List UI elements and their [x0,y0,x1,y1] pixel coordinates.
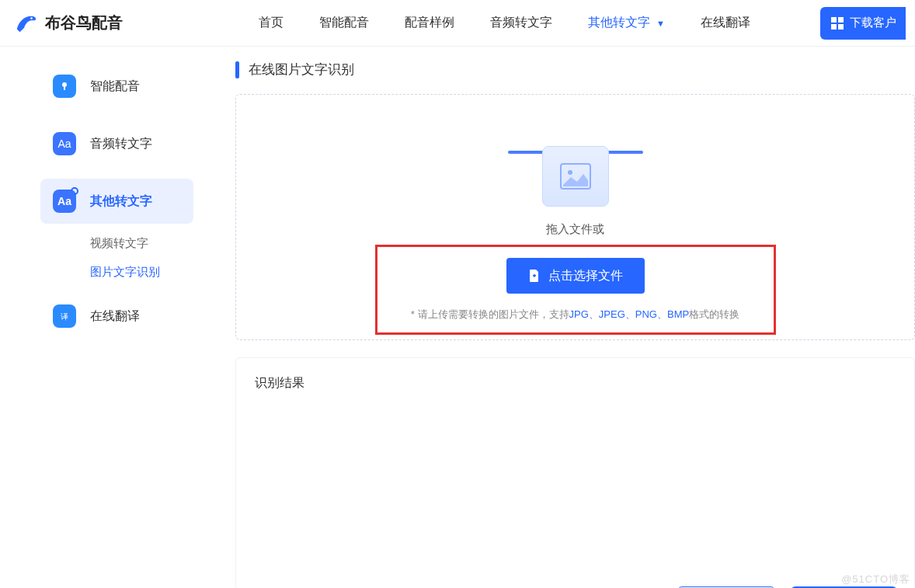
choose-file-label: 点击选择文件 [548,268,623,284]
svg-rect-3 [831,24,837,30]
svg-point-5 [62,82,67,87]
nav-samples[interactable]: 配音样例 [405,15,454,31]
watermark: @51CTO博客 [841,572,910,586]
aa-text-icon: Aa [53,132,76,155]
sidebar-item-audio2text[interactable]: Aa 音频转文字 [40,121,193,166]
sidebar: 智能配音 Aa 音频转文字 Aa 其他转文字 视频转文字 图片文字识别 译 在线… [0,57,221,588]
sidebar-item-translate[interactable]: 译 在线翻译 [40,294,193,339]
fmt-png: PNG [635,308,657,320]
sidebar-item-tts[interactable]: 智能配音 [40,64,193,109]
sidebar-sub-video2text[interactable]: 视频转文字 [40,236,193,251]
windows-icon [831,17,844,30]
microphone-icon [53,75,76,98]
nav-tts[interactable]: 智能配音 [319,15,369,31]
result-title: 识别结果 [255,375,896,391]
page-title-text: 在线图片文字识别 [249,61,354,78]
sep3: 、 [657,308,667,320]
bird-logo-icon [14,12,37,35]
highlighted-region: 点击选择文件 * 请上传需要转换的图片文件，支持JPG、JPEG、PNG、BMP… [375,245,776,335]
page-title: 在线图片文字识别 [235,61,915,78]
nav-audio2text[interactable]: 音频转文字 [490,15,552,31]
fmt-jpeg: JPEG [599,308,625,320]
fmt-bmp: BMP [667,308,689,320]
sidebar-sub-image-ocr[interactable]: 图片文字识别 [40,265,193,280]
result-panel: 识别结果 复制 转语音 [235,357,915,588]
svg-rect-11 [534,274,535,277]
choose-file-button[interactable]: 点击选择文件 [506,258,645,294]
hint-prefix: * 请上传需要转换的图片文件，支持 [411,308,569,320]
file-add-icon [528,269,541,283]
title-accent-bar [235,61,239,78]
top-nav: 首页 智能配音 配音样例 音频转文字 其他转文字 ▼ 在线翻译 下载客户 [259,7,906,40]
brand-name: 布谷鸟配音 [45,12,123,33]
download-label: 下载客户 [850,16,896,30]
logo[interactable]: 布谷鸟配音 [14,12,123,35]
svg-point-9 [568,170,572,175]
sep2: 、 [625,308,635,320]
body: 智能配音 Aa 音频转文字 Aa 其他转文字 视频转文字 图片文字识别 译 在线… [0,47,915,588]
fmt-jpg: JPG [569,308,589,320]
upload-dropzone[interactable]: 拖入文件或 点击选择文件 * 请上传需要转换的图片文件，支持JPG、JPEG、P… [235,94,915,340]
chevron-down-icon: ▼ [656,19,665,28]
nav-home[interactable]: 首页 [259,15,284,31]
drag-hint-text: 拖入文件或 [546,222,604,237]
upload-illustration [525,121,626,207]
svg-rect-6 [64,87,65,90]
svg-rect-1 [831,17,837,23]
sidebar-audio2text-label: 音频转文字 [90,136,152,152]
hint-suffix: 格式的转换 [689,308,739,320]
image-frame-icon [542,146,609,207]
aa-convert-icon: Aa [53,190,76,213]
svg-rect-4 [838,24,844,30]
download-client-button[interactable]: 下载客户 [820,7,906,40]
sidebar-tts-label: 智能配音 [90,78,140,95]
nav-other2text[interactable]: 其他转文字 ▼ [588,15,665,31]
svg-text:译: 译 [61,312,68,321]
sidebar-other2text-label: 其他转文字 [90,193,152,210]
translate-icon: 译 [53,304,76,328]
sidebar-translate-label: 在线翻译 [90,308,140,325]
nav-translate[interactable]: 在线翻译 [701,15,750,31]
header: 布谷鸟配音 首页 智能配音 配音样例 音频转文字 其他转文字 ▼ 在线翻译 下载… [0,0,915,47]
svg-point-0 [30,17,33,19]
svg-rect-2 [838,17,844,23]
nav-other2text-label: 其他转文字 [588,16,650,29]
format-hint: * 请上传需要转换的图片文件，支持JPG、JPEG、PNG、BMP格式的转换 [411,308,739,322]
main-content: 在线图片文字识别 拖入文件或 [221,57,915,588]
sidebar-item-other2text[interactable]: Aa 其他转文字 [40,179,193,224]
sep1: 、 [589,308,599,320]
